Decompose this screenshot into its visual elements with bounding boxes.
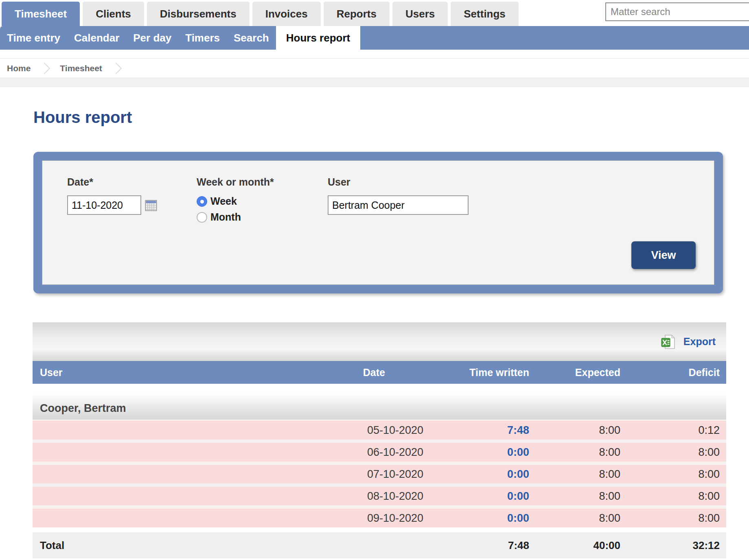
date-cell: 06-10-2020	[309, 446, 430, 459]
matter-search-input[interactable]	[605, 2, 749, 21]
time-written-link[interactable]: 0:00	[507, 468, 529, 480]
table-row: 07-10-2020 0:00 8:00 8:00	[33, 465, 726, 483]
excel-icon	[661, 335, 675, 349]
date-cell: 09-10-2020	[309, 512, 430, 525]
tab-timesheet[interactable]: Timesheet	[2, 2, 80, 26]
group-user-name: Cooper, Bertram	[40, 402, 126, 415]
radio-selected-icon	[197, 196, 207, 207]
expected-cell: 8:00	[536, 446, 627, 459]
page: Timesheet Clients Disbursements Invoices…	[0, 0, 749, 560]
expected-cell: 8:00	[536, 512, 627, 525]
radio-unselected-icon	[197, 212, 207, 223]
expected-cell: 8:00	[536, 490, 627, 503]
table-body: 05-10-2020 7:48 8:00 0:12 06-10-2020 0:0…	[33, 420, 726, 527]
deficit-cell: 8:00	[627, 490, 726, 503]
col-header-user: User	[33, 367, 309, 378]
export-link[interactable]: Export	[661, 335, 716, 349]
date-label: Date*	[67, 176, 157, 188]
table-row: 08-10-2020 0:00 8:00 8:00	[33, 487, 726, 505]
view-button[interactable]: View	[631, 241, 696, 269]
group-row: Cooper, Bertram	[33, 384, 726, 420]
table-row: 06-10-2020 0:00 8:00 8:00	[33, 443, 726, 462]
deficit-cell: 8:00	[627, 446, 726, 459]
filter-panel: Date* Week or month*	[33, 152, 723, 293]
table-row: 05-10-2020 7:48 8:00 0:12	[33, 421, 726, 440]
date-cell: 08-10-2020	[309, 490, 430, 503]
user-label: User	[328, 176, 469, 188]
breadcrumb: Home Timesheet	[0, 58, 749, 78]
time-written-link[interactable]: 0:00	[507, 446, 529, 458]
week-or-month-label: Week or month*	[197, 176, 274, 188]
week-or-month-field-group: Week or month* Week Month	[197, 176, 274, 227]
deficit-cell: 8:00	[627, 512, 726, 525]
deficit-cell: 8:00	[627, 468, 726, 481]
col-header-expected: Expected	[536, 367, 627, 378]
date-cell: 05-10-2020	[309, 424, 430, 437]
total-deficit: 32:12	[627, 539, 726, 552]
col-header-deficit: Deficit	[627, 367, 726, 378]
top-tab-bar: Timesheet Clients Disbursements Invoices…	[0, 0, 749, 26]
export-label: Export	[683, 336, 716, 348]
radio-week-label: Week	[210, 195, 237, 207]
chevron-right-icon	[39, 62, 50, 74]
calendar-icon[interactable]	[145, 199, 157, 211]
table-row: 09-10-2020 0:00 8:00 8:00	[33, 509, 726, 527]
date-field-group: Date*	[67, 176, 157, 215]
user-field-group: User	[328, 176, 469, 215]
tab-disbursements[interactable]: Disbursements	[147, 2, 250, 26]
expected-cell: 8:00	[536, 424, 627, 437]
total-row: Total 7:48 40:00 32:12	[33, 532, 726, 558]
breadcrumb-timesheet[interactable]: Timesheet	[60, 63, 102, 73]
page-title: Hours report	[33, 108, 749, 127]
subtab-hours-report[interactable]: Hours report	[276, 26, 360, 50]
deficit-cell: 0:12	[627, 424, 726, 437]
radio-option-month[interactable]: Month	[197, 211, 274, 223]
radio-option-week[interactable]: Week	[197, 195, 274, 207]
total-time-written: 7:48	[430, 539, 536, 552]
tab-clients[interactable]: Clients	[83, 2, 144, 26]
radio-month-label: Month	[210, 211, 241, 223]
col-header-time-written: Time written	[430, 367, 536, 378]
time-written-link[interactable]: 7:48	[507, 424, 529, 436]
total-label: Total	[33, 539, 309, 552]
divider-strip	[0, 78, 749, 87]
subtab-time-entry[interactable]: Time entry	[0, 26, 67, 50]
subtab-timers[interactable]: Timers	[178, 26, 227, 50]
table-header-row: User Date Time written Expected Deficit	[33, 361, 726, 384]
tab-reports[interactable]: Reports	[324, 2, 390, 26]
col-header-date: Date	[309, 367, 430, 378]
hours-report-table: Export User Date Time written Expected D…	[33, 322, 726, 558]
tab-settings[interactable]: Settings	[451, 2, 519, 26]
subtab-per-day[interactable]: Per day	[126, 26, 178, 50]
tab-invoices[interactable]: Invoices	[252, 2, 321, 26]
date-cell: 07-10-2020	[309, 468, 430, 481]
time-written-link[interactable]: 0:00	[507, 512, 529, 524]
spacer	[0, 50, 749, 58]
chevron-right-icon	[110, 62, 122, 74]
tab-users[interactable]: Users	[392, 2, 448, 26]
time-written-link[interactable]: 0:00	[507, 490, 529, 502]
subtab-calendar[interactable]: Calendar	[67, 26, 126, 50]
expected-cell: 8:00	[536, 468, 627, 481]
filter-panel-inner: Date* Week or month*	[42, 160, 714, 285]
breadcrumb-home[interactable]: Home	[7, 63, 31, 73]
sub-nav-bar: Time entry Calendar Per day Timers Searc…	[0, 26, 749, 50]
subtab-search[interactable]: Search	[227, 26, 276, 50]
user-input[interactable]	[328, 195, 469, 215]
table-toolbar: Export	[33, 322, 726, 361]
total-expected: 40:00	[536, 539, 627, 552]
date-input[interactable]	[67, 195, 141, 215]
